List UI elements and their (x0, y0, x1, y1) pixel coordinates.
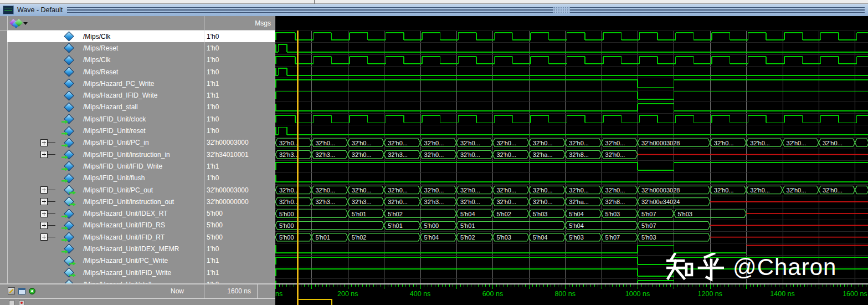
svg-text:32'h0...: 32'h0... (569, 187, 589, 194)
svg-text:5'h00: 5'h00 (279, 211, 294, 217)
record-icon[interactable] (29, 288, 35, 294)
signal-row[interactable]: /Mips/Hazard_Unit/IFID_RT5'h00 (7, 231, 275, 243)
expand-plus-icon[interactable] (40, 233, 48, 241)
signal-row[interactable]: /Mips/Hazard_Unit/PC_Write1'h1 (7, 255, 275, 267)
diamond-shape (64, 31, 74, 41)
svg-text:32'h8...: 32'h8... (569, 151, 589, 158)
window-icon[interactable] (18, 288, 25, 294)
signal-row[interactable]: /Mips/Hazard_PC_Write1'h1 (7, 78, 275, 89)
now-time-value: 1600 ns (204, 284, 251, 298)
signal-value: 1'h1 (204, 269, 275, 277)
signal-row[interactable]: /Mips/Hazard_Unit/IDEX_MEMR1'h0 (7, 243, 275, 255)
signal-name: /Mips/Hazard_Unit/IDEX_RT (83, 210, 168, 217)
tree-connector (48, 83, 55, 84)
signal-output-diamond-icon (63, 185, 75, 195)
signal-row[interactable]: /Mips/Clk1'h0 (7, 30, 275, 42)
watermark-handle: @Charon (733, 254, 836, 281)
signal-row[interactable]: /Mips/Reset1'h0 (7, 66, 275, 78)
tree-connector (48, 237, 55, 237)
signal-name: /Mips/Hazard_Unit/IFID_Write (83, 269, 171, 277)
tree-connector (48, 225, 55, 226)
chevron-down-icon (23, 22, 28, 25)
signal-row[interactable]: /Mips/IFID_Unit/PC_out32'h00003000 (7, 184, 275, 196)
tree-connector (48, 143, 55, 143)
svg-text:5'h03: 5'h03 (677, 211, 692, 217)
signal-row[interactable]: /Mips/IFID_Unit/flush1'h0 (7, 172, 275, 184)
window-title: Wave - Default (17, 6, 63, 14)
svg-text:32'h3...: 32'h3... (424, 199, 444, 205)
signal-row[interactable]: /Mips/IFID_Unit/PC_in32'h00003000 (7, 137, 275, 149)
signal-row[interactable]: /Mips/IFID_Unit/IFID_Write1'h1 (7, 160, 275, 172)
tree-connector (48, 119, 55, 119)
signal-diamond-icon (63, 91, 75, 100)
name-value-column-divider[interactable] (204, 16, 204, 283)
svg-text:32'h0...: 32'h0... (750, 140, 770, 146)
signal-row[interactable]: /Mips/Hazard_Unit/IFID_RS5'h00 (7, 220, 275, 231)
title-grip-dots[interactable] (553, 7, 570, 13)
panel-header: Msgs (0, 16, 275, 30)
waveform-area[interactable]: 32'h0...32'h0...32'h0...32'h0...32'h0...… (275, 16, 868, 283)
timeline-ruler[interactable]: ns200 ns400 ns600 ns800 ns1000 ns1200 ns… (275, 284, 868, 298)
title-bar[interactable]: Wave - Default (0, 4, 868, 16)
svg-text:600 ns: 600 ns (482, 290, 504, 298)
signal-name-cell: /Mips/Hazard_IFID_Write (7, 89, 204, 101)
signal-row[interactable]: /Mips/Reset1'h0 (7, 42, 275, 54)
waveform-cursor[interactable] (297, 30, 299, 305)
signal-row[interactable]: /Mips/IFID_Unit/clock1'h0 (7, 113, 275, 125)
signal-row[interactable]: /Mips/IFID_Unit/instruction_out32'h00000… (7, 196, 275, 207)
waveform-canvas[interactable]: 32'h0...32'h0...32'h0...32'h0...32'h0...… (275, 16, 868, 283)
svg-text:32'h0...: 32'h0... (279, 199, 299, 205)
svg-text:32'h3...: 32'h3... (315, 151, 335, 158)
waveform-window-icon (3, 6, 14, 14)
svg-text:32'h0...: 32'h0... (787, 140, 807, 146)
signal-name-cell: /Mips/IFID_Unit/clock (7, 113, 204, 125)
svg-text:200 ns: 200 ns (337, 290, 358, 298)
edit-cursor-icon[interactable] (8, 287, 15, 294)
tree-connector (48, 48, 55, 48)
signal-row[interactable]: /Mips/IFID_Unit/instruction_in32'h340100… (7, 149, 275, 160)
signal-row[interactable]: /Mips/Hazard_Unit/IFID_Write1'h1 (7, 267, 275, 278)
svg-text:32'h0...: 32'h0... (533, 199, 553, 205)
signal-name: /Mips/IFID_Unit/instruction_in (83, 151, 170, 159)
svg-text:1200 ns: 1200 ns (698, 290, 722, 298)
signal-input-diamond-icon (63, 174, 75, 183)
signal-row[interactable]: /Mips/Hazard_Unit/IDEX_RT5'h00 (7, 207, 275, 219)
signal-row[interactable]: /Mips/Hazard_Unit/stall1'h0 (7, 278, 275, 283)
signal-group-icon[interactable] (9, 18, 28, 28)
svg-text:32'h3...: 32'h3... (388, 151, 408, 158)
signal-name: /Mips/IFID_Unit/PC_out (83, 186, 153, 194)
expand-plus-icon[interactable] (40, 139, 48, 146)
signal-name-panel: Msgs /Mips/Clk1'h0/Mips/Reset1'h0/Mips/C… (0, 16, 275, 283)
signal-row[interactable]: /Mips/Hazard_IFID_Write1'h1 (7, 89, 275, 101)
svg-text:5'h00: 5'h00 (279, 222, 294, 229)
signal-row[interactable]: /Mips/IFID_Unit/reset1'h0 (7, 125, 275, 136)
signal-name-cell: /Mips/Reset (7, 42, 204, 54)
signal-name: /Mips/IFID_Unit/reset (83, 127, 146, 135)
svg-text:32'h0...: 32'h0... (496, 151, 516, 158)
signal-name-cell: /Mips/Hazard_stall (7, 101, 204, 113)
svg-text:32'h0...: 32'h0... (460, 199, 480, 205)
expand-plus-icon[interactable] (40, 210, 48, 217)
signal-name-cell: /Mips/IFID_Unit/instruction_in (7, 149, 204, 160)
cursor-time-box[interactable] (297, 299, 332, 305)
signal-name-cell: /Mips/Hazard_Unit/stall (7, 278, 204, 283)
diamond-shape (64, 79, 74, 89)
signal-diamond-icon (63, 79, 75, 88)
expand-plus-icon[interactable] (40, 151, 48, 158)
value-wave-divider[interactable] (275, 16, 275, 283)
svg-text:400 ns: 400 ns (410, 290, 431, 298)
signal-name: /Mips/Hazard_PC_Write (83, 80, 154, 88)
signal-row[interactable]: /Mips/Clk1'h0 (7, 54, 275, 66)
msgs-column-header[interactable]: Msgs (204, 16, 271, 30)
expand-plus-icon[interactable] (40, 186, 48, 194)
signal-name-cell: /Mips/Hazard_PC_Write (7, 78, 204, 89)
cursor-delete-icon[interactable] (19, 300, 24, 305)
signal-row[interactable]: /Mips/Hazard_stall1'h0 (7, 101, 275, 113)
expand-plus-icon[interactable] (40, 198, 48, 205)
signal-name: /Mips/IFID_Unit/IFID_Write (83, 162, 162, 170)
expand-plus-icon[interactable] (40, 222, 48, 229)
svg-text:32'h0...: 32'h0... (787, 187, 807, 194)
svg-text:32'h00003028: 32'h00003028 (641, 140, 680, 146)
signal-name-cell: /Mips/IFID_Unit/PC_out (7, 184, 204, 196)
cursor-edit-icon[interactable] (9, 300, 14, 305)
